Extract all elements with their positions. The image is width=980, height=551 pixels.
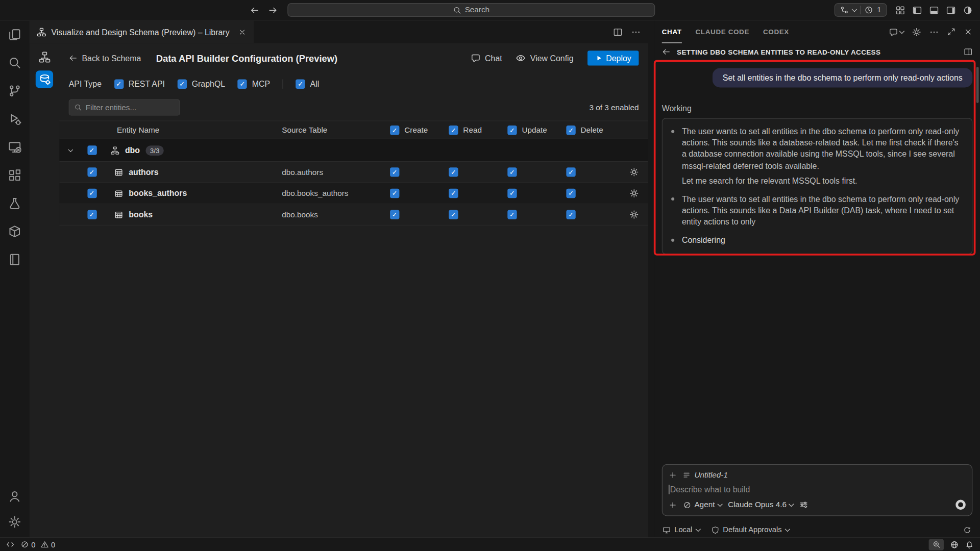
checkbox-create[interactable] [390,210,399,219]
table-row[interactable]: books dbo.books [59,204,648,226]
tab-codex[interactable]: CODEX [763,20,789,43]
source-control-icon[interactable] [8,84,21,97]
send-button[interactable] [955,500,966,510]
back-arrow-icon[interactable] [662,47,671,56]
agent-mode-dropdown[interactable]: Agent [683,500,722,509]
chat-composer[interactable]: Untitled-1 Agent [662,464,973,516]
row-settings-gear-icon[interactable] [619,189,648,198]
open-in-editor-icon[interactable] [964,47,972,56]
problems-indicator[interactable]: 0 0 [20,540,55,549]
checkbox-update[interactable] [507,167,517,177]
tab-visualize-schema[interactable]: Visualize and Design Schema (Preview) – … [30,20,254,43]
table-row[interactable]: authors dbo.authors [59,162,648,183]
checkbox-rest-api[interactable] [114,79,123,88]
context-file-chip[interactable]: Untitled-1 [682,470,728,479]
checkbox-delete[interactable] [566,189,575,198]
checkbox-create[interactable] [390,189,399,198]
table-row[interactable]: books_authors dbo.books_authors [59,183,648,205]
zoom-indicator[interactable] [929,539,944,550]
panel-sash[interactable] [648,20,654,537]
add-context-icon[interactable] [669,471,677,479]
toggle-sidebar-left-icon[interactable] [913,5,922,14]
checkbox-update-all[interactable] [507,126,517,135]
notifications-bell-icon[interactable] [965,540,974,549]
remote-monitor-error-icon[interactable] [8,141,21,154]
globe-icon[interactable] [950,540,959,549]
schema-graph-view-button[interactable] [36,48,53,65]
scrollbar[interactable] [976,67,979,103]
filter-entities-input[interactable] [86,103,175,112]
checkbox-read[interactable] [449,210,458,219]
agent-thinking-box[interactable]: The user wants to set all entities in th… [662,118,973,254]
new-chat-dropdown[interactable] [889,27,903,36]
settings-gear-icon[interactable] [8,515,21,529]
account-icon[interactable] [8,490,21,503]
layout-grid-icon[interactable] [896,5,905,14]
history-back-button[interactable] [250,5,259,14]
history-forward-button[interactable] [268,5,277,14]
deploy-button[interactable]: Deploy [587,51,639,65]
filter-entities-box[interactable] [69,99,180,116]
toggle-panel-icon[interactable] [929,5,939,14]
attach-icon[interactable] [669,500,677,509]
toggle-sidebar-right-icon[interactable] [946,5,955,14]
checkbox-read[interactable] [449,167,458,177]
run-debug-icon[interactable] [8,112,21,126]
copy-pages-icon[interactable] [8,28,21,41]
session-pill[interactable]: 1 [835,3,887,17]
expand-panel-icon[interactable] [947,28,955,36]
checkbox-all[interactable] [296,79,305,88]
tab-claude-code[interactable]: CLAUDE CODE [696,20,750,43]
api-type-all[interactable]: All [296,79,319,88]
checkbox-group-dbo[interactable] [87,145,96,155]
row-settings-gear-icon[interactable] [619,167,648,177]
collapse-chevron[interactable] [59,146,82,154]
checkbox-entity[interactable] [87,167,96,177]
checkbox-update[interactable] [507,189,517,198]
checkbox-read-all[interactable] [449,126,458,135]
package-cube-icon[interactable] [8,225,21,238]
checkbox-delete-all[interactable] [566,126,575,135]
chat-settings-gear-icon[interactable] [912,27,921,36]
back-to-schema-link[interactable]: Back to Schema [69,54,141,63]
close-icon[interactable] [238,28,247,36]
search-icon[interactable] [8,56,21,69]
more-actions-icon[interactable] [631,27,641,36]
split-editor-icon[interactable] [613,27,622,36]
close-panel-icon[interactable] [964,28,972,36]
api-type-rest[interactable]: REST API [114,79,165,88]
api-config-view-button[interactable] [36,70,53,88]
test-beaker-icon[interactable] [8,197,21,210]
checkbox-entity[interactable] [87,189,96,198]
remote-indicator-icon[interactable] [6,540,14,548]
checkbox-entity[interactable] [87,210,96,219]
checkbox-create-all[interactable] [390,126,399,135]
more-actions-icon[interactable] [929,27,939,36]
chat-button[interactable]: Chat [471,53,502,63]
mcp-label: MCP [252,79,270,88]
checkbox-read[interactable] [449,189,458,198]
api-type-mcp[interactable]: MCP [238,79,271,88]
api-type-graphql[interactable]: GraphQL [178,79,226,88]
model-picker-dropdown[interactable]: Claude Opus 4.6 [728,500,793,509]
checkbox-graphql[interactable] [178,79,187,88]
sync-icon[interactable] [963,525,971,534]
checkbox-update[interactable] [507,210,517,219]
schema-group-row[interactable]: dbo 3/3 [59,139,648,162]
extensions-icon[interactable] [8,169,21,182]
environment-dropdown[interactable]: Local [663,525,700,534]
profile-icon[interactable] [963,5,972,14]
checkbox-mcp[interactable] [238,79,247,88]
chat-input[interactable] [670,485,966,494]
command-center-search[interactable]: Search [287,3,655,17]
row-settings-gear-icon[interactable] [619,210,648,219]
view-config-button[interactable]: View Config [516,53,574,63]
tab-chat[interactable]: CHAT [662,20,682,43]
checkbox-delete[interactable] [566,167,575,177]
notebook-icon[interactable] [8,253,21,266]
rest-api-label: REST API [129,79,165,88]
checkbox-delete[interactable] [566,210,575,219]
checkbox-create[interactable] [390,167,399,177]
tools-sliders-icon[interactable] [800,500,808,509]
approvals-dropdown[interactable]: Default Approvals [711,525,789,534]
